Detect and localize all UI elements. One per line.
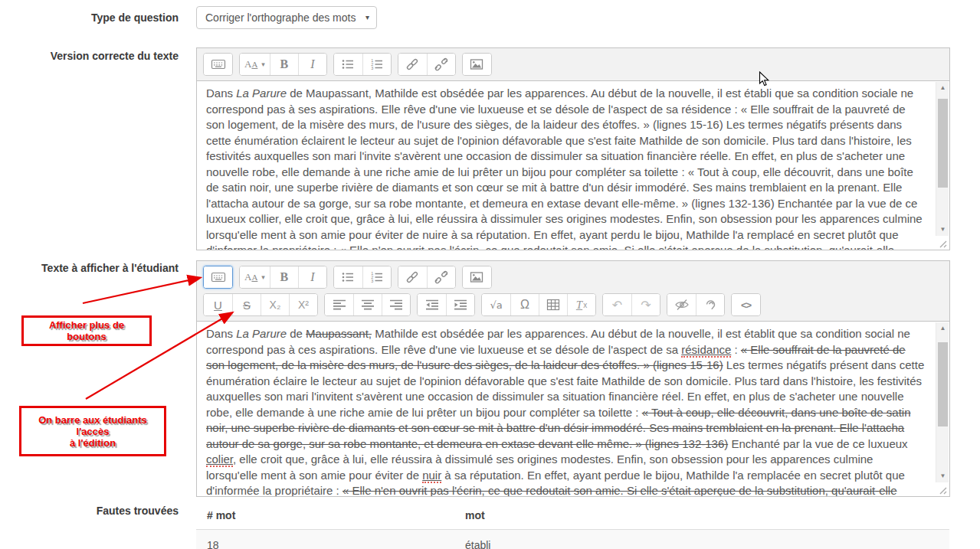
unlink-icon[interactable]: [427, 266, 455, 288]
table-icon[interactable]: [539, 294, 567, 315]
indent-icon[interactable]: [446, 294, 474, 315]
image-icon[interactable]: [463, 266, 491, 288]
editor2-toolbar: AA▾ B I 123: [196, 260, 950, 322]
paragraph-style-button[interactable]: AA▾: [240, 54, 270, 75]
question-type-label: Type de question: [0, 11, 179, 24]
subscript-button[interactable]: X₂: [261, 294, 289, 315]
align-left-icon[interactable]: [325, 294, 353, 315]
chevron-down-icon: ▾: [365, 7, 369, 28]
equation-button[interactable]: √a: [482, 294, 510, 315]
student-text-rich: Dans La Parure de Maupassant, Mathilde e…: [206, 326, 926, 497]
bold-button[interactable]: B: [270, 54, 298, 75]
bold-button[interactable]: B: [270, 266, 298, 288]
show-more-buttons-icon[interactable]: [204, 266, 232, 288]
strikethrough-button[interactable]: S: [232, 294, 261, 315]
align-right-icon[interactable]: [382, 294, 410, 315]
bullet-list-icon[interactable]: [334, 54, 362, 75]
show-more-buttons-icon[interactable]: [204, 54, 232, 75]
numbered-list-icon[interactable]: 123: [362, 266, 391, 288]
student-text-content[interactable]: Dans La Parure de Maupassant, Mathilde e…: [196, 322, 950, 497]
paragraph-style-button[interactable]: AA▾: [240, 266, 270, 288]
svg-text:3: 3: [371, 279, 373, 283]
align-center-icon[interactable]: [353, 294, 382, 315]
unlink-icon[interactable]: [427, 54, 455, 75]
bullet-list-icon[interactable]: [334, 266, 362, 288]
undo-icon[interactable]: ↶: [603, 294, 631, 315]
arrow-to-more-buttons: [83, 278, 199, 303]
table-row: 18 établi: [196, 530, 949, 549]
italic-button[interactable]: I: [298, 54, 326, 75]
superscript-button[interactable]: X²: [289, 294, 317, 315]
scroll-up-icon[interactable]: ▲: [936, 322, 949, 335]
chevron-down-icon: ▾: [261, 273, 265, 281]
screenreader-helper-icon[interactable]: [696, 294, 724, 315]
resize-handle-icon[interactable]: [937, 237, 948, 248]
faults-label: Fautes trouvées: [0, 505, 179, 517]
faults-table: # mot mot 18 établi: [196, 500, 949, 549]
question-type-select[interactable]: Corriger l'orthographe des mots ▾: [196, 6, 377, 29]
editor1-toolbar: AA▾ B I 123: [196, 47, 950, 81]
correct-text-label: Version correcte du texte: [0, 50, 179, 62]
scroll-down-icon[interactable]: ▼: [936, 224, 949, 236]
student-text-editor: AA▾ B I 123: [196, 260, 950, 497]
scroll-down-icon[interactable]: ▼: [936, 470, 949, 482]
question-type-value: Corriger l'orthographe des mots: [205, 11, 356, 24]
clear-formatting-button[interactable]: Tx: [567, 294, 595, 315]
numbered-list-icon[interactable]: 123: [362, 54, 391, 75]
correct-text-content[interactable]: Dans La Parure de Maupassant, Mathilde e…: [196, 81, 950, 250]
image-icon[interactable]: [463, 54, 491, 75]
svg-text:3: 3: [371, 66, 373, 70]
annotation-more-buttons: Afficher plus de boutons: [21, 315, 152, 346]
link-icon[interactable]: [398, 54, 427, 75]
editor1-scrollbar[interactable]: ▲ ▼: [936, 82, 949, 236]
link-icon[interactable]: [398, 266, 427, 288]
redo-icon[interactable]: ↷: [631, 294, 660, 315]
scroll-up-icon[interactable]: ▲: [936, 82, 949, 94]
correct-text-editor: AA▾ B I 123: [196, 47, 950, 250]
chevron-down-icon: ▾: [261, 60, 265, 68]
editor2-scrollbar[interactable]: ▲ ▼: [936, 322, 949, 482]
student-text-label: Texte à afficher à l'étudiant: [0, 262, 179, 274]
fault-word: établi: [465, 539, 939, 549]
scrollbar-thumb[interactable]: [938, 342, 948, 426]
annotation-strike-access: On barre aux étudiants l'accès à l'éditi…: [19, 406, 166, 456]
faults-table-header: # mot mot: [196, 500, 949, 530]
special-character-button[interactable]: Ω: [510, 294, 539, 315]
col-header-word-number: # mot: [207, 509, 465, 521]
html-source-button[interactable]: <>: [732, 294, 760, 315]
scrollbar-thumb[interactable]: [938, 99, 948, 188]
underline-button[interactable]: U: [204, 294, 232, 315]
fault-word-number: 18: [207, 539, 465, 549]
correct-text-rich: Dans La Parure de Maupassant, Mathilde e…: [206, 86, 926, 250]
col-header-word: mot: [465, 509, 939, 521]
resize-handle-icon[interactable]: [937, 484, 948, 495]
accessibility-checker-icon[interactable]: [667, 294, 696, 315]
italic-button[interactable]: I: [298, 266, 326, 288]
question-edit-form: Type de question Corriger l'orthographe …: [0, 0, 980, 549]
outdent-icon[interactable]: [418, 294, 446, 315]
